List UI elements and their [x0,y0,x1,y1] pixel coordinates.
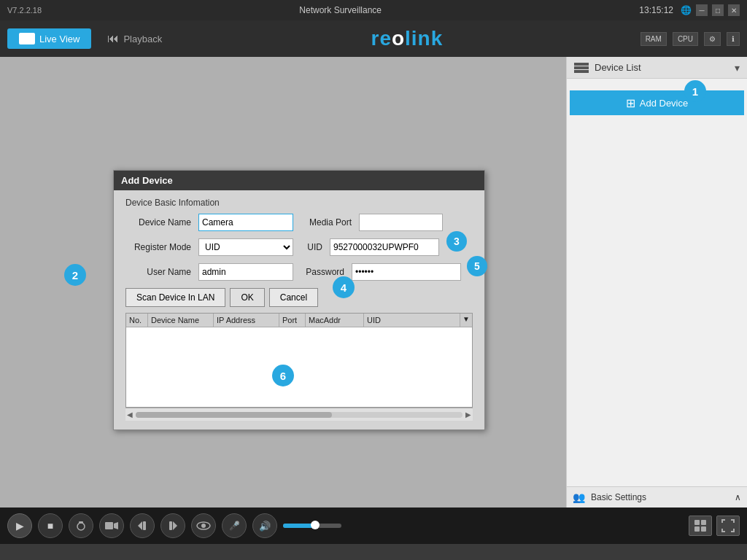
badge-1: 1 [684,80,706,102]
device-list-title: Device List [595,62,735,73]
playback-label: Playback [123,34,162,44]
app-version: V7.2.2.18 [7,6,42,15]
content-area: 2 4 Add Device Device Basic Infomation D… [0,57,566,508]
badge-2: 2 [64,264,86,286]
add-device-button[interactable]: ⊞ Add Device [570,90,744,115]
info-button[interactable]: ℹ [727,32,740,46]
sidebar-expand-icon[interactable]: ▾ [735,62,740,74]
section-title: Device Basic Infomation [125,198,473,208]
grid-layout-button[interactable] [689,516,712,536]
svg-point-12 [201,524,206,528]
main-area: 2 4 Add Device Device Basic Infomation D… [0,57,747,508]
volume-button[interactable]: 🔊 [252,513,277,538]
hscroll-thumb [136,412,332,418]
dialog-title: 4 Add Device [114,171,484,190]
tab-playback[interactable]: ⏮ Playback [96,28,174,50]
volume-thumb [311,521,320,529]
basic-settings-label: Basic Settings [591,492,646,502]
dialog-body: Device Basic Infomation Device Name Medi… [114,190,484,429]
stop-button[interactable]: ■ [38,513,63,538]
svg-point-3 [77,523,85,530]
badge-4: 4 [333,276,355,298]
liveview-label: Live View [39,34,80,44]
ok-button[interactable]: OK [230,288,264,307]
svg-rect-1 [574,66,589,69]
media-port-input[interactable] [359,214,443,231]
username-label: User Name [125,267,191,277]
svg-rect-10 [169,521,172,530]
sidebar: Device List ▾ 1 ⊞ Add Device 👥 Basic Set… [566,57,747,508]
fullscreen-button[interactable] [716,516,740,536]
basic-settings-row[interactable]: 👥 Basic Settings ∧ [567,486,747,508]
app-time: 13:15:12 [639,5,673,15]
ram-button[interactable]: RAM [640,32,667,46]
form-row-auth: User Name Password 5 [125,263,473,281]
uid-label: UID [301,242,322,252]
hscroll-right-arrow[interactable]: ▶ [465,411,471,419]
cancel-button[interactable]: Cancel [269,288,318,307]
password-input[interactable] [352,263,461,281]
col-mac: MacAddr [306,314,364,327]
ram-label: RAM [646,35,662,43]
svg-rect-2 [574,70,589,73]
basic-settings-expand-icon: ∧ [735,492,741,502]
basic-settings-icon: 👥 [573,491,585,503]
device-name-label: Device Name [125,217,191,228]
vscroll-icon: ▼ [460,314,472,327]
scan-device-button[interactable]: Scan Device In LAN [125,288,225,307]
col-ip: IP Address [214,314,279,327]
register-mode-select[interactable]: UID IP [198,238,293,256]
svg-rect-4 [79,521,83,524]
badge-3: 3 [446,231,467,252]
scan-table: No. Device Name IP Address Port MacAddr … [125,313,473,408]
close-button[interactable]: ✕ [728,4,740,16]
plus-icon: ⊞ [626,96,635,110]
table-header: No. Device Name IP Address Port MacAddr … [126,314,472,327]
svg-marker-9 [173,521,177,530]
action-buttons: Scan Device In LAN OK Cancel [125,288,473,307]
password-label: Password [301,267,344,277]
play-button[interactable]: ▶ [7,513,32,538]
globe-icon: 🌐 [681,5,692,15]
device-name-input[interactable] [198,214,293,231]
cpu-label: CPU [678,35,693,43]
settings-button[interactable]: ⚙ [704,32,721,46]
register-mode-label: Register Mode [125,242,191,252]
col-device-name: Device Name [148,314,214,327]
device-list-icon [574,63,589,73]
uid-input[interactable] [330,238,439,256]
svg-marker-6 [114,522,118,529]
svg-rect-14 [701,520,706,525]
mic-button[interactable]: 🎤 [222,513,247,538]
playback-icon: ⏮ [107,32,119,45]
record-button[interactable] [99,513,124,538]
svg-rect-16 [701,526,706,532]
col-no: No. [126,314,148,327]
hscroll-track[interactable] [136,412,462,418]
next-stream-button[interactable] [160,513,185,538]
svg-rect-0 [574,63,589,66]
sidebar-header: Device List ▾ [567,57,747,79]
tab-liveview[interactable]: Live View [7,28,91,49]
form-row-register: Register Mode UID IP UID 3 [125,238,473,256]
snapshot-button[interactable] [69,513,93,538]
layout-buttons [689,516,740,536]
svg-rect-8 [143,521,146,530]
cpu-button[interactable]: CPU [673,32,698,46]
minimize-button[interactable]: ─ [696,4,708,16]
titlebar: V7.2.2.18 Network Surveillance 13:15:12 … [0,0,747,20]
svg-rect-5 [105,522,113,529]
svg-marker-7 [138,521,142,530]
hscroll-left-arrow[interactable]: ◀ [127,411,133,419]
svg-rect-15 [694,526,700,532]
prev-stream-button[interactable] [130,513,155,538]
eye-button[interactable] [191,513,216,538]
media-port-label: Media Port [301,217,352,228]
volume-slider[interactable] [283,524,341,528]
bottombar: ▶ ■ 🎤 🔊 [0,508,747,544]
badge-6: 6 [272,365,294,386]
badge-5: 5 [467,256,487,276]
add-device-dialog: 4 Add Device Device Basic Infomation Dev… [113,170,485,430]
username-input[interactable] [198,263,293,281]
restore-button[interactable]: □ [712,4,724,16]
